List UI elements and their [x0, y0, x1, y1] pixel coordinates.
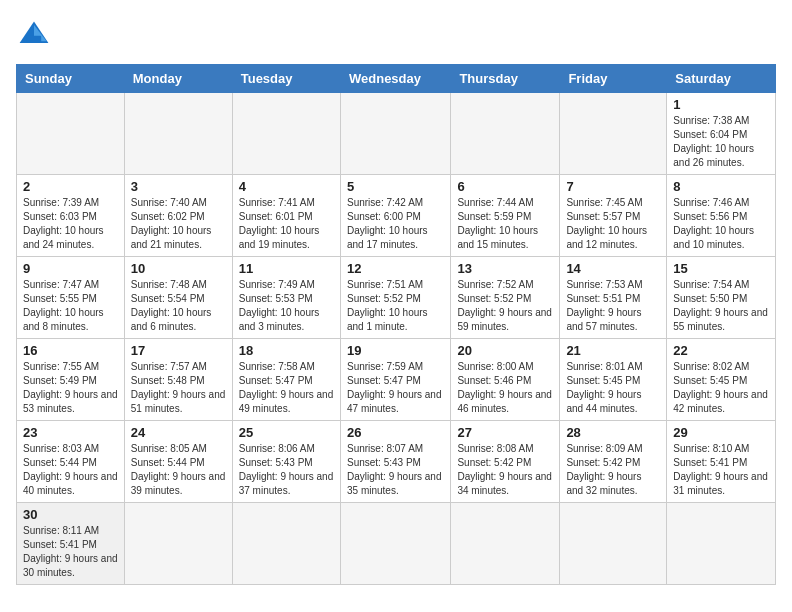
day-number: 9: [23, 261, 118, 276]
calendar-cell: 16Sunrise: 7:55 AMSunset: 5:49 PMDayligh…: [17, 339, 125, 421]
day-number: 11: [239, 261, 334, 276]
day-number: 24: [131, 425, 226, 440]
weekday-header-tuesday: Tuesday: [232, 65, 340, 93]
day-info: Sunrise: 8:05 AMSunset: 5:44 PMDaylight:…: [131, 442, 226, 498]
weekday-header-row: SundayMondayTuesdayWednesdayThursdayFrid…: [17, 65, 776, 93]
day-info: Sunrise: 8:11 AMSunset: 5:41 PMDaylight:…: [23, 524, 118, 580]
calendar-cell: [340, 93, 450, 175]
day-number: 29: [673, 425, 769, 440]
day-number: 19: [347, 343, 444, 358]
calendar-cell: 22Sunrise: 8:02 AMSunset: 5:45 PMDayligh…: [667, 339, 776, 421]
calendar-cell: 1Sunrise: 7:38 AMSunset: 6:04 PMDaylight…: [667, 93, 776, 175]
day-info: Sunrise: 7:55 AMSunset: 5:49 PMDaylight:…: [23, 360, 118, 416]
calendar-cell: 9Sunrise: 7:47 AMSunset: 5:55 PMDaylight…: [17, 257, 125, 339]
calendar-cell: [560, 93, 667, 175]
calendar-cell: [451, 93, 560, 175]
day-info: Sunrise: 8:06 AMSunset: 5:43 PMDaylight:…: [239, 442, 334, 498]
calendar-cell: [340, 503, 450, 585]
day-number: 13: [457, 261, 553, 276]
calendar-cell: [232, 503, 340, 585]
day-number: 14: [566, 261, 660, 276]
day-info: Sunrise: 7:38 AMSunset: 6:04 PMDaylight:…: [673, 114, 769, 170]
calendar-cell: [124, 93, 232, 175]
header: [16, 16, 776, 52]
day-number: 22: [673, 343, 769, 358]
day-number: 8: [673, 179, 769, 194]
calendar-cell: 17Sunrise: 7:57 AMSunset: 5:48 PMDayligh…: [124, 339, 232, 421]
calendar-cell: 21Sunrise: 8:01 AMSunset: 5:45 PMDayligh…: [560, 339, 667, 421]
day-number: 16: [23, 343, 118, 358]
calendar-cell: 10Sunrise: 7:48 AMSunset: 5:54 PMDayligh…: [124, 257, 232, 339]
day-info: Sunrise: 7:42 AMSunset: 6:00 PMDaylight:…: [347, 196, 444, 252]
calendar-cell: 24Sunrise: 8:05 AMSunset: 5:44 PMDayligh…: [124, 421, 232, 503]
day-number: 30: [23, 507, 118, 522]
calendar-cell: 12Sunrise: 7:51 AMSunset: 5:52 PMDayligh…: [340, 257, 450, 339]
day-number: 23: [23, 425, 118, 440]
calendar-cell: [232, 93, 340, 175]
calendar-cell: 18Sunrise: 7:58 AMSunset: 5:47 PMDayligh…: [232, 339, 340, 421]
day-number: 4: [239, 179, 334, 194]
day-info: Sunrise: 7:41 AMSunset: 6:01 PMDaylight:…: [239, 196, 334, 252]
calendar-cell: 28Sunrise: 8:09 AMSunset: 5:42 PMDayligh…: [560, 421, 667, 503]
day-info: Sunrise: 8:00 AMSunset: 5:46 PMDaylight:…: [457, 360, 553, 416]
day-info: Sunrise: 7:54 AMSunset: 5:50 PMDaylight:…: [673, 278, 769, 334]
weekday-header-sunday: Sunday: [17, 65, 125, 93]
day-number: 25: [239, 425, 334, 440]
day-number: 28: [566, 425, 660, 440]
day-number: 21: [566, 343, 660, 358]
day-info: Sunrise: 7:49 AMSunset: 5:53 PMDaylight:…: [239, 278, 334, 334]
day-info: Sunrise: 7:45 AMSunset: 5:57 PMDaylight:…: [566, 196, 660, 252]
day-number: 26: [347, 425, 444, 440]
calendar-cell: 29Sunrise: 8:10 AMSunset: 5:41 PMDayligh…: [667, 421, 776, 503]
day-number: 2: [23, 179, 118, 194]
day-number: 6: [457, 179, 553, 194]
day-info: Sunrise: 8:08 AMSunset: 5:42 PMDaylight:…: [457, 442, 553, 498]
calendar-cell: 15Sunrise: 7:54 AMSunset: 5:50 PMDayligh…: [667, 257, 776, 339]
day-number: 1: [673, 97, 769, 112]
calendar-cell: [451, 503, 560, 585]
day-info: Sunrise: 8:07 AMSunset: 5:43 PMDaylight:…: [347, 442, 444, 498]
calendar-cell: 25Sunrise: 8:06 AMSunset: 5:43 PMDayligh…: [232, 421, 340, 503]
logo-icon: [16, 16, 52, 52]
day-number: 7: [566, 179, 660, 194]
weekday-header-thursday: Thursday: [451, 65, 560, 93]
calendar-cell: 14Sunrise: 7:53 AMSunset: 5:51 PMDayligh…: [560, 257, 667, 339]
calendar-cell: 30Sunrise: 8:11 AMSunset: 5:41 PMDayligh…: [17, 503, 125, 585]
day-number: 12: [347, 261, 444, 276]
calendar-week-4: 23Sunrise: 8:03 AMSunset: 5:44 PMDayligh…: [17, 421, 776, 503]
calendar-cell: 7Sunrise: 7:45 AMSunset: 5:57 PMDaylight…: [560, 175, 667, 257]
calendar-cell: [667, 503, 776, 585]
calendar-cell: 8Sunrise: 7:46 AMSunset: 5:56 PMDaylight…: [667, 175, 776, 257]
page-container: SundayMondayTuesdayWednesdayThursdayFrid…: [16, 16, 776, 585]
calendar-cell: 2Sunrise: 7:39 AMSunset: 6:03 PMDaylight…: [17, 175, 125, 257]
day-info: Sunrise: 7:58 AMSunset: 5:47 PMDaylight:…: [239, 360, 334, 416]
day-number: 18: [239, 343, 334, 358]
day-number: 15: [673, 261, 769, 276]
calendar-week-5: 30Sunrise: 8:11 AMSunset: 5:41 PMDayligh…: [17, 503, 776, 585]
calendar-cell: 13Sunrise: 7:52 AMSunset: 5:52 PMDayligh…: [451, 257, 560, 339]
calendar-week-3: 16Sunrise: 7:55 AMSunset: 5:49 PMDayligh…: [17, 339, 776, 421]
calendar-cell: [124, 503, 232, 585]
day-number: 20: [457, 343, 553, 358]
calendar-cell: 20Sunrise: 8:00 AMSunset: 5:46 PMDayligh…: [451, 339, 560, 421]
calendar-cell: 23Sunrise: 8:03 AMSunset: 5:44 PMDayligh…: [17, 421, 125, 503]
day-info: Sunrise: 7:40 AMSunset: 6:02 PMDaylight:…: [131, 196, 226, 252]
day-info: Sunrise: 7:39 AMSunset: 6:03 PMDaylight:…: [23, 196, 118, 252]
day-info: Sunrise: 8:10 AMSunset: 5:41 PMDaylight:…: [673, 442, 769, 498]
weekday-header-monday: Monday: [124, 65, 232, 93]
calendar-cell: 4Sunrise: 7:41 AMSunset: 6:01 PMDaylight…: [232, 175, 340, 257]
calendar-table: SundayMondayTuesdayWednesdayThursdayFrid…: [16, 64, 776, 585]
logo: [16, 16, 56, 52]
day-info: Sunrise: 8:01 AMSunset: 5:45 PMDaylight:…: [566, 360, 660, 416]
day-number: 3: [131, 179, 226, 194]
day-number: 27: [457, 425, 553, 440]
day-info: Sunrise: 7:57 AMSunset: 5:48 PMDaylight:…: [131, 360, 226, 416]
day-info: Sunrise: 8:09 AMSunset: 5:42 PMDaylight:…: [566, 442, 660, 498]
day-info: Sunrise: 7:47 AMSunset: 5:55 PMDaylight:…: [23, 278, 118, 334]
calendar-cell: 27Sunrise: 8:08 AMSunset: 5:42 PMDayligh…: [451, 421, 560, 503]
day-info: Sunrise: 7:53 AMSunset: 5:51 PMDaylight:…: [566, 278, 660, 334]
calendar-week-0: 1Sunrise: 7:38 AMSunset: 6:04 PMDaylight…: [17, 93, 776, 175]
day-number: 17: [131, 343, 226, 358]
calendar-week-2: 9Sunrise: 7:47 AMSunset: 5:55 PMDaylight…: [17, 257, 776, 339]
calendar-cell: 19Sunrise: 7:59 AMSunset: 5:47 PMDayligh…: [340, 339, 450, 421]
